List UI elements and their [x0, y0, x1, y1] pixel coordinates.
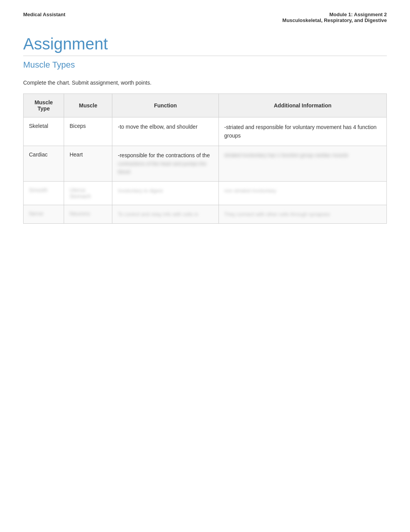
cell-muscle-cardiac: Heart [64, 146, 112, 181]
muscle-types-table: Muscle Type Muscle Function Additional I… [23, 93, 387, 224]
cell-function-nerve: To control and relay info with cells in [112, 205, 219, 224]
page-title: Assignment [23, 35, 387, 53]
table-header-row: Muscle Type Muscle Function Additional I… [24, 94, 387, 117]
cell-additional-nerve: They connect with other cells through sy… [219, 205, 386, 224]
table-row: Cardiac Heart -responsible for the contr… [24, 146, 387, 181]
page-container: Medical Assistant Module 1: Assignment 2… [0, 0, 410, 532]
table-row: Skeletal Biceps -to move the elbow, and … [24, 117, 387, 146]
header-right-line2: Musculoskeletal, Respiratory, and Digest… [282, 17, 387, 23]
col-header-function: Function [112, 94, 219, 117]
cell-muscle-type-nerve: Nerve [24, 205, 64, 224]
section-title: Muscle Types [23, 60, 387, 70]
cell-additional-smooth: non striated involuntary [219, 181, 386, 205]
cell-function-cardiac: -responsible for the contractions of the… [112, 146, 219, 181]
title-divider [23, 56, 387, 56]
table-row: Smooth Uterus Stomach Involuntary to dig… [24, 181, 387, 205]
header-right: Module 1: Assignment 2 Musculoskeletal, … [282, 12, 387, 23]
table-row: Nerve Neurons To control and relay info … [24, 205, 387, 224]
cell-function-smooth: Involuntary to digest [112, 181, 219, 205]
cell-muscle-type-skeletal: Skeletal [24, 117, 64, 146]
col-header-muscle: Muscle [64, 94, 112, 117]
cell-muscle-nerve: Neurons [64, 205, 112, 224]
cell-muscle-type-cardiac: Cardiac [24, 146, 64, 181]
col-header-muscle-type: Muscle Type [24, 94, 64, 117]
col-header-additional: Additional Information [219, 94, 386, 117]
cell-muscle-skeletal: Biceps [64, 117, 112, 146]
cell-additional-cardiac: striated involuntary has 1 function grou… [219, 146, 386, 181]
cell-function-skeletal: -to move the elbow, and shoulder [112, 117, 219, 146]
header-left: Medical Assistant [23, 12, 65, 17]
cell-muscle-type-smooth: Smooth [24, 181, 64, 205]
page-header: Medical Assistant Module 1: Assignment 2… [23, 12, 387, 23]
cell-additional-skeletal: -striated and responsible for voluntary … [219, 117, 386, 146]
instructions: Complete the chart. Submit assignment, w… [23, 80, 387, 86]
header-right-line1: Module 1: Assignment 2 [282, 12, 387, 17]
cell-muscle-smooth: Uterus Stomach [64, 181, 112, 205]
